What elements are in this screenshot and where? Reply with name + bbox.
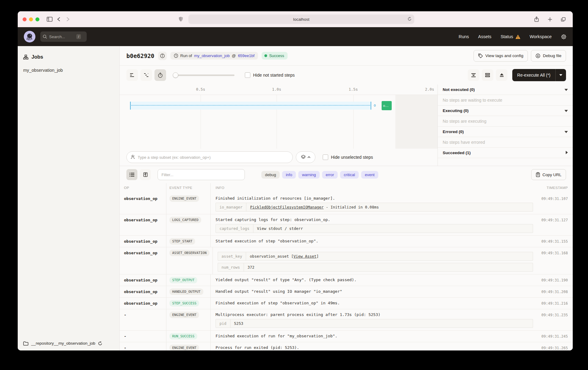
chevron-down-icon[interactable]: [564, 130, 568, 134]
reexecute-all-button[interactable]: Re-execute All (*): [512, 69, 556, 81]
new-tab-icon[interactable]: [545, 15, 554, 24]
log-op-name: -: [124, 313, 126, 317]
status-section-header[interactable]: Errored (0): [438, 127, 573, 137]
log-op-name: observation_op: [124, 239, 158, 244]
log-level-chip-error[interactable]: error: [322, 171, 338, 179]
metadata-text: - Initialized in 0.08ms: [324, 205, 379, 209]
tag-icon: [478, 53, 483, 58]
log-level-chip-info[interactable]: info: [282, 171, 296, 179]
hide-not-started-checkbox[interactable]: Hide not started steps: [245, 72, 295, 78]
tab-overview-icon[interactable]: [559, 15, 568, 24]
gantt-flat-view-button[interactable]: [126, 69, 138, 81]
metadata-text: 372: [248, 265, 255, 270]
global-search[interactable]: /: [40, 31, 87, 42]
forward-icon[interactable]: [63, 15, 72, 24]
copy-url-button[interactable]: Copy URL: [531, 169, 566, 180]
status-section-header[interactable]: Executing (0): [438, 106, 573, 116]
zoom-window-button[interactable]: [35, 17, 39, 21]
debug-file-button[interactable]: Debug file: [531, 50, 566, 62]
metadata-link[interactable]: View Asset: [293, 254, 316, 259]
log-row[interactable]: -ENGINE_EVENTMultiprocess executor: pare…: [120, 309, 573, 331]
back-icon[interactable]: [54, 15, 63, 24]
graph-query-toggle-button[interactable]: [296, 151, 315, 163]
log-op-name: -: [124, 334, 126, 339]
gantt-marker-label: o: [374, 103, 376, 107]
log-level-chip-event[interactable]: event: [361, 171, 378, 179]
chevron-right-icon[interactable]: [566, 151, 568, 155]
log-row[interactable]: observation_opENGINE_EVENTFinished initi…: [120, 193, 573, 214]
metadata-link[interactable]: PickledObjectFilesystemIOManager: [250, 205, 324, 209]
settings-gear-icon[interactable]: [561, 34, 567, 40]
sidebar-toggle-icon[interactable]: [45, 15, 54, 24]
nav-item-label: Status: [501, 34, 513, 39]
url-bar[interactable]: localhost: [188, 15, 414, 24]
job-link[interactable]: my_observation_job: [194, 53, 230, 58]
log-table: OP EVENT TYPE INFO TIMESTAMP observation…: [120, 183, 573, 350]
zoom-slider[interactable]: [173, 69, 234, 81]
log-info-text: Started capturing logs for step: observa…: [216, 217, 533, 222]
chevron-down-icon[interactable]: [564, 109, 568, 113]
nav-item-workspace[interactable]: Workspace: [530, 34, 552, 39]
nav-item-assets[interactable]: Assets: [478, 34, 492, 39]
close-window-button[interactable]: [23, 17, 27, 21]
metadata-value: PickledObjectFilesystemIOManager - Initi…: [246, 203, 382, 211]
log-structured-view-button[interactable]: [140, 169, 151, 180]
shield-icon[interactable]: [176, 15, 185, 24]
log-info-text: Multiprocess executor: parent process ex…: [216, 312, 533, 317]
repository-row[interactable]: __repository__my_observation_job: [18, 336, 119, 350]
search-input[interactable]: [49, 34, 74, 39]
sidebar-item-job[interactable]: my_observation_job: [18, 64, 119, 76]
dagster-logo[interactable]: [24, 31, 35, 42]
reload-icon[interactable]: [408, 17, 412, 22]
status-section-header[interactable]: Succeeded (1): [438, 148, 573, 158]
app-header: / RunsAssetsStatusWorkspace: [18, 27, 573, 46]
eject-button[interactable]: [496, 69, 507, 81]
event-type-chip: STEP_SUCCESS: [169, 300, 199, 307]
log-level-chip-debug[interactable]: debug: [261, 171, 280, 179]
status-section-header[interactable]: Not executed (0): [438, 85, 573, 95]
nav-item-runs[interactable]: Runs: [459, 34, 469, 39]
step-subset-input[interactable]: [126, 151, 293, 163]
log-timestamp: 09:49:31.127: [541, 218, 568, 222]
share-icon[interactable]: [532, 15, 541, 24]
slider-track[interactable]: [173, 74, 234, 76]
search-shortcut-kbd: /: [76, 34, 81, 39]
log-timestamp: 09:49:31.190: [541, 278, 568, 282]
log-level-chip-critical[interactable]: critical: [340, 171, 359, 179]
log-op-name: observation_op: [124, 218, 158, 222]
gantt-plot-area[interactable]: o o…: [120, 95, 437, 149]
slider-knob[interactable]: [173, 72, 178, 78]
log-list-view-button[interactable]: [126, 169, 137, 180]
log-row[interactable]: observation_opLOGS_CAPTUREDStarted captu…: [120, 214, 573, 236]
minimize-window-button[interactable]: [29, 17, 33, 21]
gantt-waterfall-view-button[interactable]: [140, 69, 152, 81]
view-tags-config-button[interactable]: View tags and config: [474, 50, 528, 62]
status-section-empty-text: No steps have errored: [438, 137, 573, 148]
checkbox-box[interactable]: [245, 72, 250, 78]
reexecute-dropdown-button[interactable]: [556, 69, 566, 81]
log-row[interactable]: observation_opSTEP_SUCCESSFinished execu…: [120, 298, 573, 309]
gantt-timed-view-button[interactable]: [154, 69, 166, 81]
url-text: localhost: [293, 17, 309, 22]
browser-window: localhost: [18, 11, 573, 350]
gantt-step-box[interactable]: o…: [382, 101, 392, 110]
reload-repository-icon[interactable]: [98, 341, 102, 346]
commit-link[interactable]: 659ee1bf: [238, 53, 254, 58]
log-level-chip-warning[interactable]: warning: [298, 171, 320, 179]
log-row[interactable]: observation_opHANDLED_OUTPUTHandled outp…: [120, 286, 573, 298]
hide-unselected-checkbox[interactable]: Hide unselected steps: [323, 154, 373, 160]
expand-rows-button[interactable]: [482, 69, 493, 81]
log-row[interactable]: observation_opSTEP_STARTStarted executio…: [120, 236, 573, 247]
log-row[interactable]: observation_opASSET_OBSERVATIONasset_key…: [120, 247, 573, 274]
run-info-icon[interactable]: [158, 52, 167, 60]
nav-item-status[interactable]: Status: [501, 34, 521, 39]
timeline-tick: 2.0s: [425, 87, 434, 92]
event-type-chip: HANDLED_OUTPUT: [169, 288, 203, 295]
log-row[interactable]: -RUN_SUCCESSFinished execution of run fo…: [120, 331, 573, 342]
log-row[interactable]: observation_opSTEP_OUTPUTYielded output …: [120, 274, 573, 286]
collapse-runs-button[interactable]: [468, 69, 479, 81]
chevron-down-icon[interactable]: [564, 88, 568, 92]
checkbox-box[interactable]: [323, 154, 328, 160]
log-row[interactable]: -ENGINE_EVENTProcess for run exited (pid…: [120, 342, 573, 350]
log-filter-input[interactable]: [158, 169, 245, 180]
